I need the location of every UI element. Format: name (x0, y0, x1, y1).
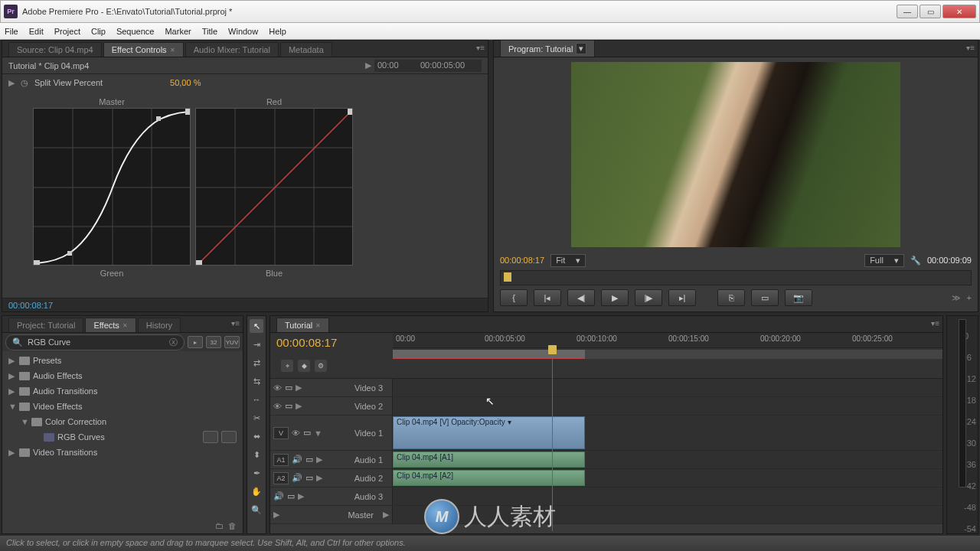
rate-stretch-tool[interactable]: ↔ (250, 393, 263, 406)
chevron-right-icon[interactable]: ▶ (365, 60, 371, 70)
program-viewport[interactable] (571, 62, 900, 247)
chevron-down-icon[interactable]: ▾ (576, 43, 586, 54)
timeline-clip-audio2[interactable]: Clip 04.mp4 [A2] (393, 470, 585, 486)
close-icon[interactable]: ✕ (315, 322, 321, 329)
tab-project[interactable]: Project: Tutorial (8, 318, 83, 332)
new-bin-icon[interactable]: 🗀 (215, 521, 224, 530)
step-forward-button[interactable]: |▶ (635, 289, 662, 306)
track-target-badge[interactable]: A1 (273, 454, 289, 466)
go-to-out-button[interactable]: ▸| (668, 289, 696, 306)
work-area-bar[interactable] (393, 350, 942, 359)
menu-file[interactable]: File (5, 27, 18, 36)
eye-icon[interactable]: 👁 (273, 402, 282, 411)
wrench-icon[interactable]: 🔧 (910, 256, 921, 266)
rolling-edit-tool[interactable]: ⇆ (250, 374, 263, 388)
menu-help[interactable]: Help (269, 27, 286, 36)
effect-timecode[interactable]: 00:00:08:17 (8, 301, 53, 310)
track-target-badge[interactable]: A2 (273, 472, 289, 484)
add-button-icon[interactable]: + (967, 293, 972, 302)
marker-icon[interactable]: ◆ (298, 360, 310, 372)
settings-icon[interactable]: ⚙ (315, 360, 327, 372)
tab-audio-mixer[interactable]: Audio Mixer: Tutorial (185, 42, 279, 57)
program-scrubber[interactable] (500, 270, 972, 285)
menu-clip[interactable]: Clip (91, 27, 106, 36)
trash-icon[interactable]: 🗑 (228, 521, 237, 530)
tree-video-effects[interactable]: ▼Video Effects (2, 399, 243, 414)
tab-program[interactable]: Program: Tutorial ▾ (500, 40, 595, 57)
curve-master[interactable] (33, 108, 191, 266)
lock-icon[interactable]: ▭ (303, 428, 311, 438)
panel-menu-icon[interactable]: ▾≡ (966, 44, 975, 52)
tab-history[interactable]: History (138, 318, 181, 332)
lock-icon[interactable]: ▭ (287, 491, 295, 501)
menu-window[interactable]: Window (228, 27, 258, 36)
timeline-clip-video1[interactable]: Clip 04.mp4 [V] Opacity:Opacity ▾ (393, 416, 585, 449)
tab-sequence[interactable]: Tutorial✕ (276, 318, 329, 332)
close-icon[interactable]: ✕ (122, 322, 128, 329)
tree-presets[interactable]: ▶Presets (2, 353, 243, 368)
slide-tool[interactable]: ⬍ (250, 448, 263, 461)
lock-icon[interactable]: ▭ (305, 455, 313, 465)
close-icon[interactable]: ✕ (170, 47, 175, 54)
timeline-clip-audio1[interactable]: Clip 04.mp4 [A1] (393, 452, 585, 468)
menu-edit[interactable]: Edit (29, 27, 44, 36)
selection-tool[interactable]: ↖ (250, 319, 263, 333)
mark-in-button[interactable]: { (500, 289, 528, 306)
yuv-icon[interactable]: YUV (224, 336, 240, 348)
timeline-ruler[interactable]: 00:00 00:00:05:00 00:00:10:00 00:00:15:0… (393, 333, 942, 348)
zoom-fit-dropdown[interactable]: Fit▾ (550, 254, 586, 267)
split-view-value[interactable]: 50,00 % (170, 78, 201, 87)
curve-red[interactable] (195, 108, 353, 266)
tree-audio-effects[interactable]: ▶Audio Effects (2, 368, 243, 383)
menu-title[interactable]: Title (202, 27, 217, 36)
zoom-tool[interactable]: 🔍 (250, 503, 263, 517)
clear-search-icon[interactable]: ⓧ (169, 337, 178, 348)
eye-icon[interactable]: 👁 (273, 383, 282, 393)
speaker-icon[interactable]: 🔊 (292, 473, 302, 483)
minimize-button[interactable]: — (897, 5, 918, 18)
play-button[interactable]: ▶ (601, 289, 629, 306)
hand-tool[interactable]: ✋ (250, 484, 263, 498)
tree-color-correction[interactable]: ▼Color Correction (2, 414, 243, 429)
tree-audio-transitions[interactable]: ▶Audio Transitions (2, 383, 243, 399)
lock-icon[interactable]: ▭ (285, 383, 292, 393)
tree-rgb-curves[interactable]: RGB Curves (2, 429, 243, 445)
track-target-badge[interactable]: V (273, 427, 289, 439)
step-back-button[interactable]: ◀| (567, 289, 595, 306)
disclosure-triangle-icon[interactable]: ▶ (8, 78, 15, 88)
tree-video-transitions[interactable]: ▶Video Transitions (2, 445, 243, 460)
eye-icon[interactable]: 👁 (292, 429, 300, 438)
pen-tool[interactable]: ✒ (250, 466, 263, 480)
slip-tool[interactable]: ⬌ (250, 429, 263, 443)
clock-icon[interactable]: ◷ (21, 78, 28, 88)
menu-project[interactable]: Project (54, 27, 80, 36)
export-frame-button[interactable]: 📷 (785, 289, 812, 306)
go-to-in-button[interactable]: |◂ (534, 289, 561, 306)
panel-menu-icon[interactable]: ▾≡ (476, 44, 485, 52)
32bit-icon[interactable]: 32 (206, 336, 221, 348)
close-button[interactable]: ✕ (942, 5, 976, 18)
lock-icon[interactable]: ▭ (285, 401, 292, 411)
maximize-button[interactable]: ▭ (920, 5, 941, 18)
lock-icon[interactable]: ▭ (305, 473, 313, 483)
timeline-timecode[interactable]: 00:00:08:17 (276, 336, 387, 349)
program-timecode-in[interactable]: 00:00:08:17 (500, 256, 544, 265)
panel-menu-icon[interactable]: ▾≡ (931, 319, 939, 328)
effects-search[interactable]: 🔍 ⓧ (5, 334, 185, 350)
fx-badge-icon[interactable]: ▸ (188, 336, 203, 348)
ripple-edit-tool[interactable]: ⇄ (250, 356, 263, 370)
panel-menu-icon[interactable]: ▾≡ (231, 319, 240, 328)
track-select-tool[interactable]: ⇥ (250, 337, 263, 351)
search-input[interactable] (28, 337, 165, 347)
tab-effect-controls[interactable]: Effect Controls✕ (103, 42, 184, 57)
tab-source[interactable]: Source: Clip 04.mp4 (8, 42, 102, 57)
menu-marker[interactable]: Marker (165, 27, 191, 36)
speaker-icon[interactable]: 🔊 (273, 491, 284, 501)
razor-tool[interactable]: ✂ (250, 411, 263, 425)
speaker-icon[interactable]: 🔊 (292, 455, 302, 465)
snap-icon[interactable]: ⌖ (281, 360, 293, 372)
more-controls-icon[interactable]: ≫ (952, 293, 961, 303)
tab-metadata[interactable]: Metadata (280, 42, 332, 57)
lift-button[interactable]: ⎘ (717, 289, 745, 306)
tab-effects[interactable]: Effects✕ (85, 318, 136, 332)
